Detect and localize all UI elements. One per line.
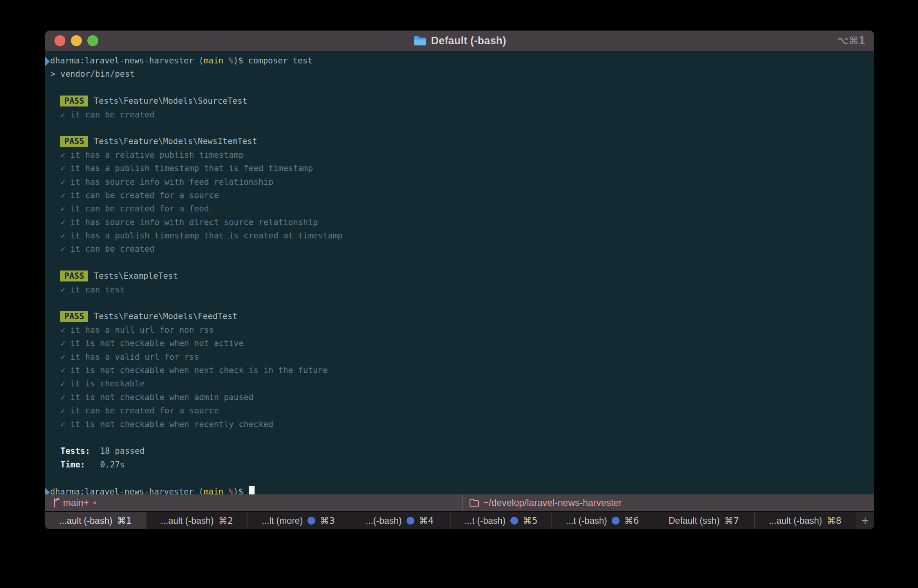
tab-1[interactable]: ...ault (-bash)⌘1 bbox=[45, 512, 146, 529]
new-tab-button[interactable]: + bbox=[856, 512, 874, 529]
tab-7[interactable]: Default (ssh)⌘7 bbox=[653, 512, 755, 529]
tab-label: ...(-bash) bbox=[366, 516, 402, 526]
terminal-text bbox=[51, 96, 60, 106]
terminal-line bbox=[51, 471, 869, 485]
tab-label: ...ault (-bash) bbox=[161, 516, 214, 526]
terminal-line: ✓ it has a valid url for rss bbox=[51, 350, 869, 364]
pass-badge: PASS bbox=[60, 271, 88, 281]
terminal-text: ✓ it is not checkable when recently chec… bbox=[51, 420, 273, 429]
close-button[interactable] bbox=[54, 35, 65, 46]
terminal-text: ✓ it has a valid url for rss bbox=[51, 352, 199, 362]
pass-badge: PASS bbox=[60, 136, 88, 147]
terminal-text: 0.27s bbox=[85, 460, 125, 469]
activity-dot-icon bbox=[612, 517, 620, 525]
terminal-line: PASS Tests\Feature\Models\SourceTest bbox=[51, 94, 869, 108]
terminal-text: Tests\Feature\Models\SourceTest bbox=[89, 96, 248, 106]
terminal-text: ✓ it is not checkable when not active bbox=[51, 339, 244, 348]
git-branch-icon bbox=[53, 498, 60, 508]
terminal-text: ✓ it can be created bbox=[51, 110, 155, 119]
terminal-text: Tests: bbox=[60, 446, 90, 456]
terminal-line: ✓ it is checkable bbox=[51, 377, 869, 390]
terminal-line: ✓ it has a publish timestamp that is fee… bbox=[51, 162, 869, 175]
terminal-text: ✓ it has a relative publish timestamp bbox=[51, 150, 244, 160]
terminal-line: ✓ it can be created bbox=[51, 242, 869, 256]
status-bar: main+ • ~/develop/laravel-news-harvester bbox=[45, 494, 874, 511]
terminal-line bbox=[51, 256, 869, 269]
terminal-line: ✓ it can test bbox=[51, 283, 869, 296]
tab-label: ...ault (-bash) bbox=[769, 516, 822, 526]
terminal-text: dharma:laravel-news-harvester ( bbox=[50, 487, 204, 495]
terminal-text: dharma:laravel-news-harvester ( bbox=[50, 56, 204, 65]
tab-6[interactable]: ...t (-bash)⌘6 bbox=[552, 512, 653, 529]
terminal-line: PASS Tests\ExampleTest bbox=[51, 269, 869, 283]
tab-label: ...t (-bash) bbox=[566, 516, 607, 526]
tab-shortcut: ⌘8 bbox=[827, 516, 842, 526]
tab-label: ...ault (-bash) bbox=[59, 516, 112, 526]
git-status[interactable]: main+ • bbox=[45, 497, 96, 509]
terminal-window: Default (-bash) ⌥⌘1 dharma:laravel-news-… bbox=[45, 31, 874, 529]
tab-shortcut: ⌘5 bbox=[523, 516, 538, 526]
tab-label: ...lt (more) bbox=[262, 516, 303, 526]
terminal-line: ✓ it can be created for a feed bbox=[51, 202, 869, 215]
terminal-text bbox=[51, 460, 60, 469]
terminal-line: ✓ it has a null url for non rss bbox=[51, 323, 869, 337]
git-dirty-dot-icon: • bbox=[93, 497, 96, 509]
terminal-text: % bbox=[224, 56, 233, 65]
terminal-text: 18 passed bbox=[90, 446, 145, 456]
terminal-text bbox=[51, 446, 60, 456]
terminal-text: Tests\Feature\Models\FeedTest bbox=[89, 312, 237, 321]
tab-shortcut: ⌘6 bbox=[624, 516, 639, 526]
terminal-line: Tests: 18 passed bbox=[51, 444, 869, 458]
terminal-cursor bbox=[249, 486, 255, 495]
minimize-button[interactable] bbox=[71, 35, 82, 46]
terminal-line: ✓ it is not checkable when next check is… bbox=[51, 364, 869, 377]
terminal-text: ✓ it can be created for a source bbox=[51, 191, 219, 200]
tab-3[interactable]: ...lt (more)⌘3 bbox=[248, 512, 349, 529]
terminal-line: ✓ it can be created bbox=[51, 108, 869, 121]
terminal-text: Tests\ExampleTest bbox=[89, 271, 178, 281]
tab-shortcut: ⌘4 bbox=[419, 516, 434, 526]
tab-shortcut: ⌘1 bbox=[117, 516, 132, 526]
terminal-text: ✓ it can be created for a source bbox=[51, 406, 219, 415]
terminal-line: ✓ it is not checkable when admin paused bbox=[51, 391, 869, 404]
terminal-text: ✓ it has source info with direct source … bbox=[51, 218, 318, 227]
terminal-text: ✓ it has a publish timestamp that is cre… bbox=[51, 231, 343, 240]
window-shortcut-label: ⌥⌘1 bbox=[837, 31, 866, 51]
git-branch-label: main+ bbox=[63, 497, 89, 508]
terminal-line: > vendor/bin/pest bbox=[51, 67, 869, 81]
working-directory[interactable]: ~/develop/laravel-news-harvester bbox=[462, 494, 622, 511]
terminal-output[interactable]: dharma:laravel-news-harvester (main %)$ … bbox=[45, 51, 874, 494]
terminal-text bbox=[51, 137, 60, 146]
terminal-text bbox=[51, 271, 60, 281]
terminal-line: dharma:laravel-news-harvester (main %)$ … bbox=[51, 54, 869, 67]
terminal-text: > vendor/bin/pest bbox=[51, 69, 135, 79]
tab-2[interactable]: ...ault (-bash)⌘2 bbox=[146, 512, 248, 529]
traffic-lights bbox=[54, 31, 98, 51]
terminal-text: ✓ it is checkable bbox=[51, 379, 145, 388]
terminal-line: Time: 0.27s bbox=[51, 458, 869, 471]
terminal-text: )$ composer test bbox=[233, 56, 313, 65]
zoom-button[interactable] bbox=[87, 35, 98, 46]
tab-8[interactable]: ...ault (-bash)⌘8 bbox=[755, 512, 856, 529]
terminal-line: ✓ it is not checkable when recently chec… bbox=[51, 418, 869, 431]
terminal-line: ✓ it has a relative publish timestamp bbox=[51, 148, 869, 162]
terminal-text: ✓ it can test bbox=[51, 285, 125, 294]
tab-label: Default (ssh) bbox=[669, 516, 719, 526]
terminal-line bbox=[51, 81, 869, 94]
terminal-text: ✓ it has a publish timestamp that is fee… bbox=[51, 164, 313, 173]
terminal-text: ✓ it is not checkable when next check is… bbox=[51, 366, 328, 375]
tab-5[interactable]: ...t (-bash)⌘5 bbox=[451, 512, 552, 529]
tab-shortcut: ⌘2 bbox=[219, 516, 233, 526]
terminal-text: ✓ it has source info with feed relations… bbox=[51, 177, 273, 187]
terminal-line bbox=[51, 121, 869, 135]
terminal-line: ✓ it has source info with feed relations… bbox=[51, 175, 869, 189]
activity-dot-icon bbox=[407, 517, 414, 525]
window-title-group: Default (-bash) bbox=[413, 35, 506, 47]
terminal-line: ✓ it can be created for a source bbox=[51, 404, 869, 417]
tab-bar-tabs: ...ault (-bash)⌘1...ault (-bash)⌘2...lt … bbox=[45, 512, 856, 529]
tab-bar: ...ault (-bash)⌘1...ault (-bash)⌘2...lt … bbox=[45, 512, 874, 529]
title-bar[interactable]: Default (-bash) ⌥⌘1 bbox=[45, 31, 874, 51]
pass-badge: PASS bbox=[60, 311, 88, 322]
tab-4[interactable]: ...(-bash)⌘4 bbox=[349, 512, 451, 529]
terminal-text bbox=[51, 312, 60, 321]
